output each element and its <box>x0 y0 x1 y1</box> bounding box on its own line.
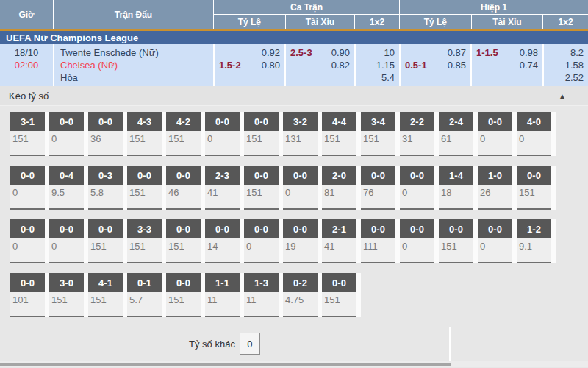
score-odds-cell[interactable]: 4-1151 <box>88 273 123 317</box>
score-odds-cell[interactable]: 2-081 <box>322 166 356 210</box>
score-cell-wrap: 0-036 <box>88 112 127 156</box>
score-odds-cell[interactable]: 0-0151 <box>517 166 551 210</box>
ft-under-odds[interactable]: 0.82 <box>331 59 350 71</box>
scrollbar-thumb[interactable] <box>0 363 451 366</box>
score-odds-cell[interactable]: 0-00 <box>478 112 512 156</box>
horizontal-scrollbar[interactable] <box>0 361 588 367</box>
h1-handicap-home-odds[interactable]: 0.87 <box>448 46 466 59</box>
score-odds-cell[interactable]: 0-0151 <box>166 273 201 317</box>
h1-handicap-away-odds[interactable]: 0.85 <box>448 59 466 71</box>
score-odds-cell[interactable]: 0-0151 <box>166 219 201 263</box>
other-score-value-box[interactable]: 0 <box>240 333 260 355</box>
score-odds-cell[interactable]: 3-1151 <box>10 112 45 156</box>
score-odds-cell[interactable]: 0-24.75 <box>283 273 318 317</box>
score-cell-wrap: 0-00 <box>478 219 517 263</box>
score-odds-cell[interactable]: 4-00 <box>517 112 551 156</box>
score-odds-cell[interactable]: 0-0151 <box>439 219 473 263</box>
score-odds-cell[interactable]: 0-15.7 <box>127 273 162 317</box>
h1-1x2-cell[interactable]: 8.2 1.58 2.52 <box>542 44 588 86</box>
score-odds-cell[interactable]: 0-0151 <box>322 273 356 317</box>
h1-over-odds[interactable]: 0.98 <box>520 46 538 59</box>
score-odds-cell[interactable]: 3-0151 <box>49 273 84 317</box>
score-odds-cell[interactable]: 0-35.8 <box>88 166 123 210</box>
h1-handicap-cell[interactable]: 0.87 0.5-10.85 <box>399 44 470 86</box>
score-odds-cell[interactable]: 0-014 <box>205 219 240 263</box>
score-odds-cell[interactable]: 2-461 <box>439 112 473 156</box>
ft-handicap-away-odds[interactable]: 0.80 <box>262 59 280 71</box>
score-odds-cell[interactable]: 0-00 <box>478 219 512 263</box>
score-odds-cell[interactable]: 3-2131 <box>283 112 318 156</box>
score-chip: 0-0 <box>10 219 45 238</box>
score-odds-cell[interactable]: 1-026 <box>478 166 512 210</box>
ft-1x2-cell[interactable]: 10 1.15 5.4 <box>354 44 399 86</box>
score-odds-cell[interactable]: 4-3151 <box>127 112 162 156</box>
score-odds-cell[interactable]: 0-00 <box>10 219 45 263</box>
score-cell-wrap: 0-00 <box>205 112 244 156</box>
score-odds-value: 14 <box>205 238 240 252</box>
score-odds-cell[interactable]: 0-0151 <box>88 219 123 263</box>
score-odds-cell[interactable]: 0-00 <box>400 219 434 263</box>
collapse-triangle-icon[interactable]: ▲ <box>559 92 579 100</box>
score-odds-cell[interactable]: 1-418 <box>439 166 473 210</box>
score-odds-cell[interactable]: 4-2151 <box>166 112 201 156</box>
ft-1x2-draw[interactable]: 5.4 <box>381 71 395 84</box>
ft-1x2-home[interactable]: 10 <box>384 46 395 59</box>
score-odds-cell[interactable]: 0-0151 <box>244 166 279 210</box>
league-title-bar: UEFA Nữ Champions League <box>0 31 588 44</box>
score-odds-cell[interactable]: 2-341 <box>205 166 240 210</box>
score-chip: 0-0 <box>49 112 84 131</box>
score-odds-value: 76 <box>361 185 395 198</box>
score-odds-cell[interactable]: 0-00 <box>205 112 240 156</box>
score-odds-cell[interactable]: 0-046 <box>166 166 201 210</box>
score-odds-cell[interactable]: 0-076 <box>361 166 395 210</box>
score-odds-cell[interactable]: 1-311 <box>244 273 279 317</box>
score-odds-value: 41 <box>205 185 240 198</box>
score-chip: 4-3 <box>127 112 162 131</box>
column-header-handicap-ft: Tỷ Lệ <box>214 15 285 29</box>
score-odds-cell[interactable]: 3-3151 <box>127 219 162 263</box>
score-odds-value: 0 <box>244 238 279 252</box>
h1-under-odds[interactable]: 0.74 <box>520 59 538 71</box>
score-odds-cell[interactable]: 0-00 <box>244 219 279 263</box>
score-odds-cell[interactable]: 0-0101 <box>10 273 45 317</box>
home-team-name: Twente Enschede (Nữ) <box>60 46 213 59</box>
h1-1x2-away[interactable]: 1.58 <box>565 59 584 71</box>
score-odds-cell[interactable]: 0-036 <box>88 112 123 156</box>
score-odds-cell[interactable]: 2-231 <box>400 112 434 156</box>
score-odds-cell[interactable]: 0-00 <box>49 112 84 156</box>
ft-handicap-home-odds[interactable]: 0.92 <box>262 46 280 59</box>
score-odds-cell[interactable]: 0-00 <box>49 219 84 263</box>
score-chip: 0-0 <box>205 112 240 131</box>
score-odds-cell[interactable]: 3-4151 <box>361 112 395 156</box>
h1-overunder-cell[interactable]: 1-1.50.98 0.74 <box>470 44 542 86</box>
score-odds-cell[interactable]: 0-49.5 <box>49 166 84 210</box>
ft-handicap-cell[interactable]: 0.92 1.5-20.80 <box>213 44 284 86</box>
ft-overunder-cell[interactable]: 2.5-30.90 0.82 <box>284 44 354 86</box>
score-odds-cell[interactable]: 4-4151 <box>322 112 356 156</box>
h1-overunder-line: 1-1.5 <box>476 46 498 59</box>
score-section-header[interactable]: Kèo tỷ số ▲ <box>0 86 588 106</box>
h1-1x2-home[interactable]: 8.2 <box>570 46 584 59</box>
ft-over-odds[interactable]: 0.90 <box>331 46 350 59</box>
h1-1x2-draw[interactable]: 2.52 <box>565 71 584 84</box>
match-time: 02:00 <box>0 59 53 71</box>
score-odds-cell[interactable]: 0-00 <box>400 166 434 210</box>
score-odds-cell[interactable]: 0-0111 <box>361 219 395 263</box>
score-cell-wrap: 3-1151 <box>10 112 49 156</box>
score-odds-cell[interactable]: 0-019 <box>283 219 318 263</box>
score-chip: 3-4 <box>361 112 395 131</box>
score-odds-cell[interactable]: 0-00 <box>283 166 318 210</box>
score-odds-cell[interactable]: 0-00 <box>10 166 45 210</box>
score-odds-cell[interactable]: 0-0151 <box>127 166 162 210</box>
score-chip: 2-1 <box>322 219 356 238</box>
score-chip: 4-2 <box>166 112 201 131</box>
ft-1x2-away[interactable]: 1.15 <box>376 59 395 71</box>
score-odds-cell[interactable]: 2-141 <box>322 219 356 263</box>
score-chip: 0-0 <box>127 166 162 185</box>
score-odds-cell[interactable]: 0-0151 <box>244 112 279 156</box>
score-chip: 0-0 <box>244 219 279 238</box>
score-odds-cell[interactable]: 1-29.1 <box>517 219 551 263</box>
score-odds-value: 151 <box>88 292 123 305</box>
score-chip: 2-4 <box>439 112 473 131</box>
score-odds-cell[interactable]: 1-111 <box>205 273 240 317</box>
